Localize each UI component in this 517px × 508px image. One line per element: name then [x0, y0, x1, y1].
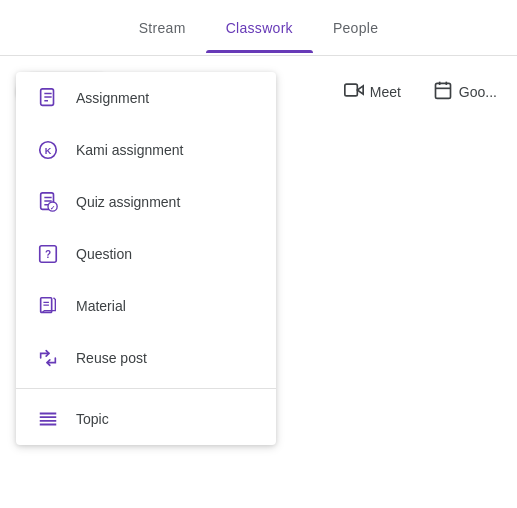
menu-item-reuse[interactable]: Reuse post — [16, 332, 276, 384]
question-label: Question — [76, 246, 132, 262]
tab-people[interactable]: People — [313, 4, 398, 52]
menu-item-assignment[interactable]: Assignment — [16, 72, 276, 124]
svg-marker-0 — [357, 86, 363, 94]
tab-classwork[interactable]: Classwork — [206, 4, 313, 52]
svg-rect-1 — [345, 84, 358, 96]
menu-item-material[interactable]: Material — [16, 280, 276, 332]
video-icon — [344, 80, 364, 103]
google-label: Goo... — [459, 84, 497, 100]
google-calendar-button[interactable]: Goo... — [421, 72, 509, 111]
create-dropdown-menu: Assignment K Kami assignment ✓ Quiz assi… — [16, 72, 276, 445]
menu-divider — [16, 388, 276, 389]
reuse-icon — [36, 346, 60, 370]
material-label: Material — [76, 298, 126, 314]
question-icon: ? — [36, 242, 60, 266]
svg-text:✓: ✓ — [50, 204, 55, 211]
quiz-label: Quiz assignment — [76, 194, 180, 210]
menu-item-kami[interactable]: K Kami assignment — [16, 124, 276, 176]
assignment-label: Assignment — [76, 90, 149, 106]
top-navigation: Stream Classwork People — [0, 0, 517, 56]
menu-item-quiz[interactable]: ✓ Quiz assignment — [16, 176, 276, 228]
svg-text:?: ? — [45, 249, 51, 260]
material-icon — [36, 294, 60, 318]
meet-button[interactable]: Meet — [332, 72, 413, 111]
kami-label: Kami assignment — [76, 142, 183, 158]
kami-icon: K — [36, 138, 60, 162]
topic-icon — [36, 407, 60, 431]
header-right-actions: Meet Goo... — [332, 72, 509, 111]
quiz-icon: ✓ — [36, 190, 60, 214]
meet-label: Meet — [370, 84, 401, 100]
tab-stream[interactable]: Stream — [119, 4, 206, 52]
topic-label: Topic — [76, 411, 109, 427]
menu-item-topic[interactable]: Topic — [16, 393, 276, 445]
svg-text:K: K — [45, 146, 52, 156]
assignment-icon — [36, 86, 60, 110]
calendar-icon — [433, 80, 453, 103]
menu-item-question[interactable]: ? Question — [16, 228, 276, 280]
reuse-label: Reuse post — [76, 350, 147, 366]
svg-rect-2 — [435, 83, 450, 98]
